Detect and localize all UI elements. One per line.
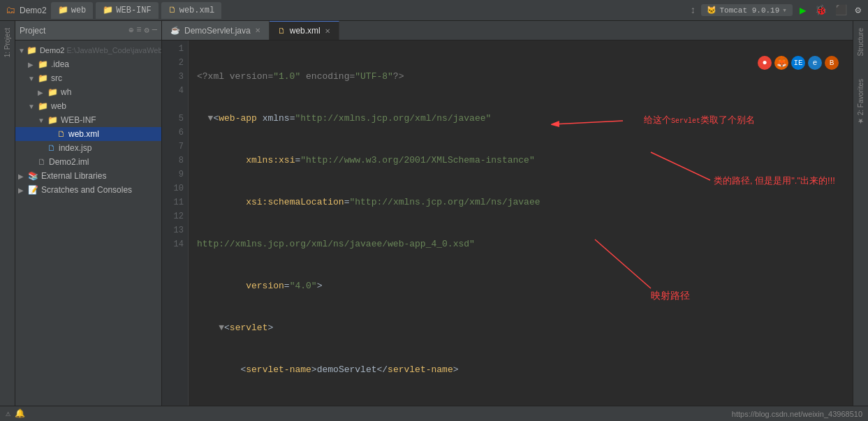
code-line-4: xsi:schemaLocation="http://xmlns.jcp.org…	[197, 195, 853, 209]
arrow-scratches: ▶	[18, 186, 27, 194]
browser-icons-overlay: ● 🦊 IE e B	[758, 56, 839, 70]
code-line-5: version="4.0">	[197, 279, 853, 293]
stop-button[interactable]: ⬛	[834, 3, 848, 17]
bottom-bar: ⚠ 🔔 https://blog.csdn.net/weixin_4396851…	[0, 406, 868, 421]
code-line-1: <?xml version="1.0" encoding="UTF-8"?>	[197, 70, 853, 84]
arrow-web: ▼	[28, 103, 36, 110]
java-file-icon: ☕	[170, 26, 180, 35]
app-name: Demo2	[20, 6, 47, 15]
bottom-left-icons: ⚠ 🔔	[6, 408, 25, 419]
app-icon: 🗂	[6, 5, 15, 16]
title-bar: 🗂 Demo2 📁 web 📁 WEB-INF 🗋 web.xml ↕ 🐱 To…	[0, 0, 868, 21]
bottom-url: https://blog.csdn.net/weixin_43968510	[732, 410, 862, 418]
wh-folder-icon: 📁	[47, 87, 58, 97]
tree-item-scratches[interactable]: ▶ 📝 Scratches and Consoles	[15, 183, 161, 197]
main-area: 1: Project Project ⊕ ≡ ⚙ — ▼ 📁 Demo2 E:\…	[0, 21, 868, 406]
folder-icon-2: 📁	[103, 5, 113, 15]
tab-close-xml[interactable]: ✕	[325, 27, 330, 35]
tomcat-icon: 🐱	[707, 6, 716, 15]
iml-file-icon: 🗋	[38, 157, 46, 167]
editor-tabs: ☕ DemoServlet.java ✕ 🗋 web.xml ✕	[162, 21, 853, 40]
tree-item-webinf[interactable]: ▼ 📁 WEB-INF	[15, 113, 161, 127]
code-line-2: ▼<web-app xmlns="http://xmlns.jcp.org/xm…	[197, 112, 853, 126]
run-button[interactable]: ▶	[798, 2, 808, 19]
add-icon[interactable]: ⊕	[128, 25, 133, 36]
settings-button[interactable]: ⚙	[854, 3, 862, 17]
project-panel-header: Project ⊕ ≡ ⚙ —	[15, 21, 161, 40]
xml-file-icon: 🗋	[57, 129, 66, 139]
gear-icon-panel[interactable]: ⚙	[145, 25, 149, 36]
bottom-icon-2[interactable]: 🔔	[15, 408, 25, 419]
scroll-icon: ↕	[690, 5, 696, 16]
project-title: Project	[20, 26, 126, 36]
firefox-icon[interactable]: 🦊	[774, 56, 788, 70]
tree-item-extlibs[interactable]: ▶ 📚 External Libraries	[15, 169, 161, 183]
editor-area: ☕ DemoServlet.java ✕ 🗋 web.xml ✕ 1 2 3 4…	[162, 21, 853, 406]
tree-item-demo2iml[interactable]: ▶ 🗋 Demo2.iml	[15, 155, 161, 169]
tree-item-web[interactable]: ▼ 📁 web	[15, 99, 161, 113]
tab-demoservlet[interactable]: ☕ DemoServlet.java ✕	[162, 21, 270, 40]
arrow-src: ▼	[28, 75, 36, 82]
chrome-icon[interactable]: ●	[758, 56, 772, 70]
project-icon: 📁	[27, 45, 37, 55]
project-tree: ▼ 📁 Demo2 E:\JavaWeb_Code\javaWeb_basic\…	[15, 40, 161, 406]
extlibs-icon: 📚	[28, 171, 38, 181]
arrow-idea: ▶	[28, 61, 36, 68]
favorites-tab[interactable]: ★ 2: Favorites	[855, 75, 866, 129]
sidebar-item-project-label[interactable]: 1: Project	[2, 24, 13, 61]
tab-webxml[interactable]: 🗋 web.xml ✕	[270, 21, 339, 40]
title-tab-webxml[interactable]: 🗋 web.xml	[161, 2, 221, 19]
project-header-icons: ⊕ ≡ ⚙ —	[128, 25, 157, 36]
arrow-wh: ▶	[38, 89, 46, 96]
tree-item-indexjsp[interactable]: ▶ 🗋 index.jsp	[15, 141, 161, 155]
code-line-6: ▼<servlet>	[197, 321, 853, 335]
line-numbers: 1 2 3 4 5 6 7 8 9 10 11 12 13 14	[162, 40, 189, 406]
web-folder-icon: 📁	[38, 101, 48, 111]
tab-close-java[interactable]: ✕	[255, 27, 260, 34]
code-content[interactable]: <?xml version="1.0" encoding="UTF-8"?> ▼…	[189, 40, 853, 406]
title-bar-right: ↕ 🐱 Tomcat 9.0.19 ▾ ▶ 🐞 ⬛ ⚙	[690, 2, 862, 19]
arrow-demo2: ▼	[18, 47, 25, 54]
brave-icon[interactable]: B	[825, 56, 839, 70]
sync-icon[interactable]: ≡	[136, 25, 141, 36]
src-folder-icon: 📁	[38, 73, 48, 83]
title-tab-webinf[interactable]: 📁 WEB-INF	[96, 2, 158, 19]
left-vertical-sidebar: 1: Project	[0, 21, 15, 406]
code-line-8: <servlet-class>wh.DemoServlet</servlet-c…	[197, 405, 853, 406]
code-editor: 1 2 3 4 5 6 7 8 9 10 11 12 13 14 <?xml v…	[162, 40, 853, 406]
dropdown-icon: ▾	[782, 6, 787, 15]
tree-item-wh[interactable]: ▶ 📁 wh	[15, 85, 161, 99]
folder-icon: 📁	[58, 5, 68, 15]
tree-item-demo2[interactable]: ▼ 📁 Demo2 E:\JavaWeb_Code\javaWeb_basic\…	[15, 43, 161, 57]
code-line-3: xmlns:xsi="http://www.w3.org/2001/XMLSch…	[197, 154, 853, 168]
debug-button[interactable]: 🐞	[814, 3, 828, 17]
tree-item-src[interactable]: ▼ 📁 src	[15, 71, 161, 85]
minimize-icon[interactable]: —	[152, 25, 157, 36]
tree-item-webxml[interactable]: ▶ 🗋 web.xml	[15, 127, 161, 141]
idea-folder-icon: 📁	[38, 59, 48, 69]
project-panel: Project ⊕ ≡ ⚙ — ▼ 📁 Demo2 E:\JavaWeb_Cod…	[15, 21, 162, 406]
arrow-webinf: ▼	[38, 117, 46, 124]
title-tab-web[interactable]: 📁 web	[51, 2, 94, 19]
tomcat-badge[interactable]: 🐱 Tomcat 9.0.19 ▾	[701, 4, 792, 16]
xml-icon-title: 🗋	[168, 5, 177, 15]
structure-tab[interactable]: Structure	[855, 24, 866, 61]
webinf-folder-icon: 📁	[47, 115, 58, 125]
code-line-4b: http://xmlns.jcp.org/xml/ns/javaee/web-a…	[197, 237, 853, 251]
right-vertical-tabs: Structure ★ 2: Favorites	[853, 21, 868, 406]
edge-icon[interactable]: e	[808, 56, 822, 70]
arrow-extlibs: ▶	[18, 172, 27, 180]
ie-icon[interactable]: IE	[791, 56, 805, 70]
jsp-file-icon: 🗋	[47, 143, 56, 153]
tree-item-idea[interactable]: ▶ 📁 .idea	[15, 57, 161, 71]
title-bar-tabs: 📁 web 📁 WEB-INF 🗋 web.xml	[51, 2, 221, 19]
xml-tab-icon: 🗋	[278, 27, 286, 35]
code-line-7: <servlet-name>demoServlet</servlet-name>	[197, 363, 853, 377]
scratches-icon: 📝	[28, 185, 38, 195]
bottom-icon-1[interactable]: ⚠	[6, 408, 10, 419]
